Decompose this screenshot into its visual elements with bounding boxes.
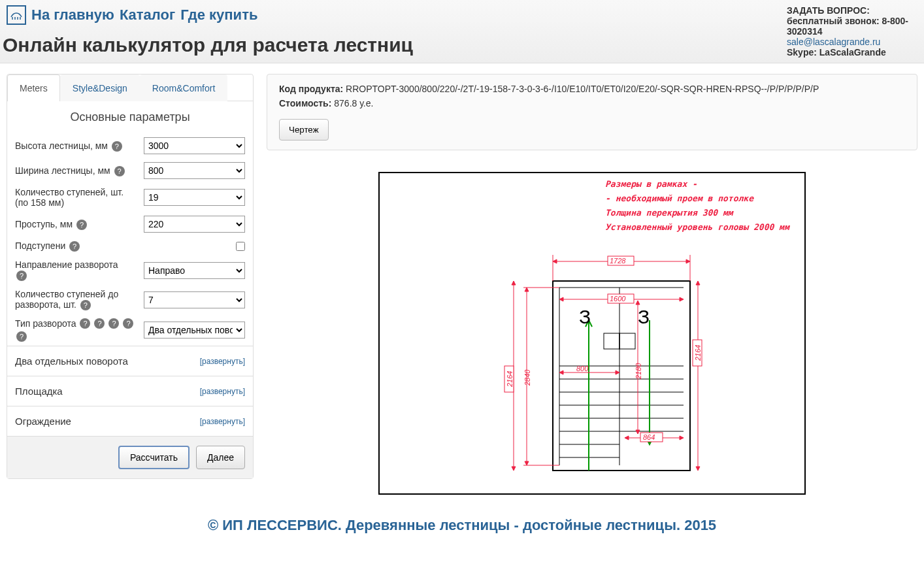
- select-height[interactable]: 3000: [144, 137, 245, 154]
- label-width: Ширина лестницы, мм ?: [15, 165, 125, 176]
- help-icon[interactable]: ?: [16, 331, 27, 342]
- page-title: Онлайн калькулятор для расчета лестниц: [3, 34, 413, 56]
- product-cost-line: Стоимость: 876.8 у.е.: [279, 98, 905, 108]
- help-icon[interactable]: ?: [80, 318, 90, 329]
- help-icon[interactable]: ?: [123, 318, 133, 329]
- calculate-button[interactable]: Рассчитать: [118, 446, 190, 469]
- svg-text:2180: 2180: [635, 363, 642, 380]
- drawing-button[interactable]: Чертеж: [279, 119, 329, 141]
- svg-text:Размеры в рамках -: Размеры в рамках -: [605, 179, 697, 189]
- product-info-card: Код продукта: RROPTOPT-3000/800/220/-/2T…: [267, 74, 917, 150]
- footer: © ИП ЛЕССЕРВИС. Деревянные лестницы - до…: [0, 509, 924, 542]
- contact-email[interactable]: sale@lascalagrande.ru: [787, 37, 880, 47]
- technical-drawing: Размеры в рамках - - необходимый проем в…: [267, 170, 917, 499]
- checkbox-risers[interactable]: [236, 242, 245, 251]
- svg-rect-10: [619, 333, 635, 349]
- help-icon[interactable]: ?: [108, 318, 119, 329]
- select-tread[interactable]: 220: [144, 216, 245, 233]
- help-icon[interactable]: ?: [69, 241, 80, 252]
- help-icon[interactable]: ?: [112, 141, 122, 152]
- tab-room[interactable]: Room&Comfort: [140, 74, 227, 101]
- help-icon[interactable]: ?: [94, 318, 105, 329]
- tab-style[interactable]: Style&Design: [60, 74, 140, 101]
- select-direction[interactable]: Направо: [144, 262, 245, 279]
- label-steps-before: Количество ступеней до разворота, шт. ?: [15, 289, 136, 310]
- select-steps[interactable]: 19: [144, 189, 245, 206]
- svg-text:2840: 2840: [523, 369, 531, 386]
- panel-title: Основные параметры: [7, 101, 253, 133]
- contact-skype: Skype: LaScalaGrande: [787, 47, 911, 58]
- tabs: Meters Style&Design Room&Comfort: [7, 74, 253, 101]
- accordion: Два отдельных поворота [развернуть] Площ…: [7, 346, 253, 436]
- svg-text:864: 864: [643, 433, 655, 441]
- accordion-railing[interactable]: Ограждение [развернуть]: [7, 406, 253, 436]
- contact-call: бесплатный звонок: 8-800-3020314: [787, 16, 911, 37]
- svg-text:З: З: [579, 306, 591, 327]
- svg-text:- необходимый проем в потолке: - необходимый проем в потолке: [605, 193, 754, 203]
- label-direction: Направление разворота?: [15, 259, 118, 281]
- tab-meters[interactable]: Meters: [7, 74, 60, 101]
- svg-rect-9: [604, 333, 619, 349]
- svg-rect-0: [379, 173, 805, 494]
- svg-text:Толщина перекрытия 300 мм: Толщина перекрытия 300 мм: [605, 208, 734, 218]
- select-width[interactable]: 800: [144, 162, 245, 179]
- label-steps: Количество ступеней, шт. (по 158 мм): [15, 187, 136, 208]
- svg-rect-5: [553, 281, 690, 471]
- contact-ask: ЗАДАТЬ ВОПРОС:: [787, 5, 911, 16]
- svg-text:800: 800: [576, 365, 589, 372]
- svg-text:З: З: [638, 306, 650, 327]
- product-code-line: Код продукта: RROPTOPT-3000/800/220/-/2T…: [279, 84, 905, 94]
- logo-icon[interactable]: [7, 5, 26, 25]
- help-icon[interactable]: ?: [80, 300, 91, 310]
- select-steps-before[interactable]: 7: [144, 291, 245, 308]
- sidebar-form: Meters Style&Design Room&Comfort Основны…: [7, 74, 254, 479]
- select-turn-type[interactable]: Два отдельных пово: [144, 322, 245, 339]
- label-height: Высота лестницы, мм ?: [15, 141, 122, 152]
- nav-where[interactable]: Где купить: [180, 7, 257, 24]
- svg-text:2164: 2164: [694, 345, 702, 361]
- accordion-two-turns[interactable]: Два отдельных поворота [развернуть]: [7, 346, 253, 376]
- accordion-platform[interactable]: Площадка [развернуть]: [7, 376, 253, 406]
- help-icon[interactable]: ?: [76, 220, 87, 230]
- help-icon[interactable]: ?: [16, 271, 27, 281]
- contact-block: ЗАДАТЬ ВОПРОС: бесплатный звонок: 8-800-…: [787, 5, 917, 58]
- top-nav: На главную Каталог Где купить: [7, 5, 413, 25]
- svg-text:Установленный уровень головы 2: Установленный уровень головы 2000 мм: [605, 222, 791, 232]
- label-tread: Проступь, мм ?: [15, 219, 87, 230]
- label-risers: Подступени ?: [15, 240, 80, 252]
- label-turn-type: Тип разворота ? ? ? ? ?: [15, 318, 139, 342]
- svg-text:1600: 1600: [610, 295, 626, 303]
- help-icon[interactable]: ?: [114, 166, 125, 176]
- svg-text:1728: 1728: [610, 257, 626, 265]
- nav-home[interactable]: На главную: [31, 7, 114, 24]
- nav-catalog[interactable]: Каталог: [120, 7, 175, 24]
- next-button[interactable]: Далее: [196, 446, 245, 469]
- svg-text:2164: 2164: [506, 371, 514, 388]
